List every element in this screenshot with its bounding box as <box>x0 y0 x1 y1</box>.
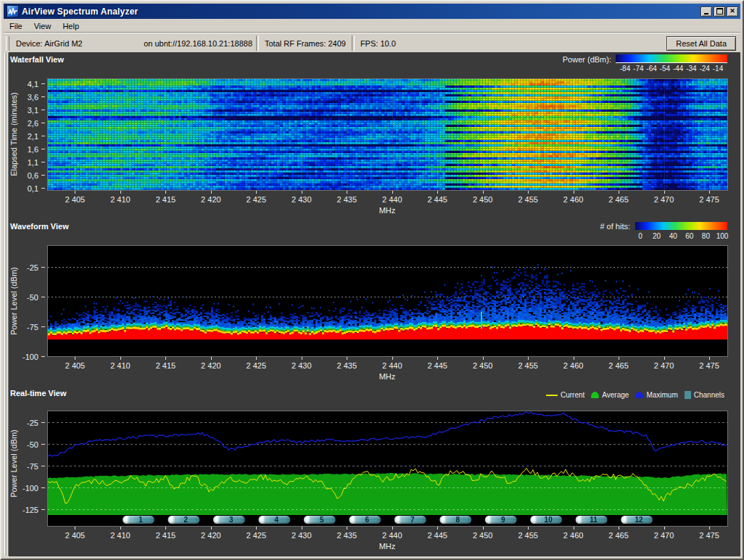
y-tick <box>41 422 45 423</box>
x-tick <box>437 527 438 530</box>
x-tick-label: 2 420 <box>201 531 221 540</box>
x-tick <box>619 357 619 360</box>
x-tick <box>256 527 257 530</box>
y-tick-label: 0,1 <box>28 184 38 193</box>
legend-current: Current <box>546 391 584 399</box>
colorbar-tick-label: -74 <box>633 65 643 73</box>
minimize-icon <box>704 13 708 15</box>
colorbar-tick-label: 80 <box>702 232 710 240</box>
channels-swatch-icon <box>685 391 691 399</box>
minimize-button[interactable] <box>700 7 712 17</box>
x-tick-label: 2 430 <box>292 361 312 370</box>
x-tick <box>574 527 574 530</box>
x-tick-label: 2 440 <box>382 195 402 204</box>
x-tick-label: 2 430 <box>292 195 312 204</box>
x-tick-label: 2 460 <box>563 195 584 204</box>
maximum-mound-icon <box>635 392 643 398</box>
y-tick <box>41 444 45 445</box>
x-tick-label: 2 455 <box>518 531 538 540</box>
x-tick <box>75 191 75 194</box>
app-icon <box>7 5 19 17</box>
x-tick <box>392 357 393 360</box>
y-tick <box>41 356 45 357</box>
menu-bar: File View Help <box>4 20 740 33</box>
waveform-yaxis: -25-50-75-100 <box>4 246 47 356</box>
x-tick-label: 2 425 <box>247 195 267 204</box>
x-tick <box>302 357 302 360</box>
realtime-legend: Current Average Maximum Channels <box>546 391 724 399</box>
x-tick <box>347 357 347 360</box>
close-icon: ✕ <box>729 8 735 15</box>
toolbar-grip-icon[interactable] <box>6 36 9 51</box>
x-tick-label: 2 465 <box>608 361 629 370</box>
colorbar-tick-label: -64 <box>646 65 656 73</box>
colorbar-tick-label: -24 <box>699 65 709 73</box>
x-tick-label: 2 470 <box>654 361 674 370</box>
x-tick-label: 2 410 <box>110 531 131 540</box>
reset-all-data-button[interactable]: Reset All Data <box>666 36 736 51</box>
x-tick-label: 2 415 <box>156 531 176 540</box>
x-tick <box>437 191 438 194</box>
colorbar-tick-label: 20 <box>653 232 661 240</box>
main-area: Waterfall View Power (dBm): -84-74-64-54… <box>4 52 740 556</box>
x-tick-label: 2 445 <box>427 195 447 204</box>
x-tick <box>120 191 121 194</box>
window-title: AirView Spectrum Analyzer <box>22 7 700 17</box>
x-tick <box>392 191 393 194</box>
x-tick <box>392 527 393 530</box>
x-tick <box>302 191 302 194</box>
average-mound-icon <box>591 392 599 398</box>
x-tick-label: 2 440 <box>382 531 402 540</box>
x-tick <box>165 191 166 194</box>
x-tick-label: 2 435 <box>337 361 357 370</box>
device-label: Device: AirGrid M2 <box>16 39 83 48</box>
y-tick <box>41 162 45 162</box>
title-bar[interactable]: AirView Spectrum Analyzer ✕ <box>4 4 740 19</box>
y-tick <box>41 110 45 110</box>
toolbar: Device: AirGrid M2 on ubnt://192.168.10.… <box>4 33 740 53</box>
legend-maximum: Maximum <box>635 391 677 399</box>
x-tick-label: 2 430 <box>292 531 312 540</box>
y-tick <box>41 136 45 136</box>
menu-help[interactable]: Help <box>57 21 85 31</box>
x-tick <box>483 191 484 194</box>
x-tick-label: 2 405 <box>65 195 86 204</box>
legend-average: Average <box>591 391 629 399</box>
y-tick-label: -100 <box>22 484 38 493</box>
y-tick <box>41 466 45 466</box>
x-tick-label: 2 460 <box>563 361 584 370</box>
colorbar-tick-label: -34 <box>686 65 696 73</box>
y-tick-label: 4,1 <box>28 80 38 88</box>
menu-file[interactable]: File <box>4 21 28 31</box>
y-tick-label: -75 <box>27 323 38 332</box>
x-tick-label: 2 420 <box>201 195 221 204</box>
y-tick <box>41 267 45 268</box>
y-tick-label: -125 <box>22 506 38 514</box>
x-tick <box>709 527 710 530</box>
app-window: AirView Spectrum Analyzer ✕ File View He… <box>0 0 744 560</box>
y-tick <box>41 326 45 327</box>
realtime-title: Real-time View <box>10 389 66 398</box>
x-tick-label: 2 410 <box>110 195 131 204</box>
x-tick-label: 2 415 <box>156 195 176 204</box>
x-tick-label: 2 450 <box>473 531 493 540</box>
x-tick <box>709 357 710 360</box>
y-tick <box>41 83 45 84</box>
maximize-button[interactable] <box>714 7 725 17</box>
x-tick-label: 2 410 <box>110 361 131 370</box>
realtime-yaxis: -25-50-75-100-125 <box>4 411 47 526</box>
menu-view[interactable]: View <box>28 21 57 31</box>
waterfall-colorbar <box>616 54 727 63</box>
x-tick <box>709 191 710 194</box>
close-button[interactable]: ✕ <box>727 7 738 17</box>
waterfall-colorbar-ticks: -84-74-64-54-44-34-24-14 <box>616 65 727 73</box>
y-tick-label: 0,6 <box>28 171 38 180</box>
x-tick <box>75 527 75 530</box>
x-tick-label: 2 405 <box>65 531 86 540</box>
x-tick <box>165 357 166 360</box>
x-tick <box>302 527 302 530</box>
x-tick <box>483 357 484 360</box>
colorbar-tick-label: 40 <box>669 232 677 240</box>
x-tick <box>528 191 529 194</box>
y-tick-label: 3,6 <box>28 93 38 102</box>
